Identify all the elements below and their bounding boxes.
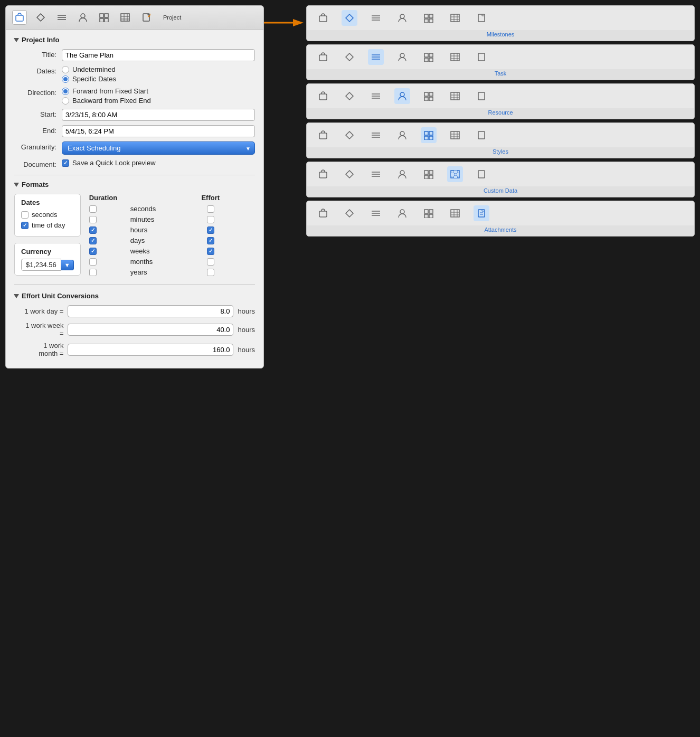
minutes-dur-checkbox[interactable] <box>89 216 97 223</box>
dates-undetermined-radio[interactable] <box>62 66 69 73</box>
toolbar-task-icon[interactable] <box>54 10 69 25</box>
task-styles-icon[interactable] <box>421 49 437 65</box>
styles-attachment-icon[interactable] <box>474 127 489 143</box>
styles-milestone-icon[interactable] <box>342 127 357 143</box>
direction-forward-item[interactable]: Forward from Fixed Start <box>62 87 255 95</box>
custom-table-icon[interactable] <box>447 166 463 182</box>
resource-attachment-icon[interactable] <box>474 88 489 104</box>
weeks-eff-checkbox[interactable] <box>207 248 214 255</box>
attach-styles-icon[interactable] <box>421 205 437 221</box>
time-of-day-check-item[interactable]: time of day <box>21 221 74 229</box>
custom-styles-icon[interactable] <box>421 166 437 182</box>
months-dur-checkbox[interactable] <box>89 258 97 266</box>
attach-table-icon[interactable] <box>447 205 463 221</box>
styles-styles-icon[interactable] <box>421 127 437 143</box>
styles-resource-icon[interactable] <box>394 127 410 143</box>
direction-backward-radio[interactable] <box>62 97 69 105</box>
task-task-icon[interactable] <box>368 49 384 65</box>
de-minutes-dur <box>89 216 126 223</box>
currency-dropdown-button[interactable]: ▼ <box>61 260 74 270</box>
years-eff-checkbox[interactable] <box>207 269 214 276</box>
de-minutes-label: minutes <box>126 215 200 223</box>
collapse-triangle[interactable] <box>14 38 19 42</box>
svg-rect-90 <box>429 175 433 179</box>
milestones-milestone-icon[interactable] <box>342 10 357 26</box>
resource-milestone-icon[interactable] <box>342 88 357 104</box>
svg-rect-28 <box>429 14 433 18</box>
title-input[interactable] <box>62 49 255 61</box>
workday-label: 1 work day = <box>23 307 63 315</box>
resource-task-icon[interactable] <box>368 88 384 104</box>
task-resource-icon[interactable] <box>394 49 410 65</box>
weeks-dur-checkbox[interactable] <box>89 248 97 255</box>
toolbar-table-icon[interactable] <box>118 10 133 25</box>
svg-rect-6 <box>105 14 108 17</box>
document-row: Document: Save a Quick Look preview <box>14 159 255 169</box>
seconds-checkbox[interactable] <box>21 211 29 219</box>
resource-project-icon[interactable] <box>315 88 331 104</box>
months-eff-checkbox[interactable] <box>207 258 214 266</box>
attach-milestone-icon[interactable] <box>342 205 357 221</box>
dates-undetermined-item[interactable]: Undetermined <box>62 65 255 73</box>
granularity-select[interactable]: Exact Scheduling Hours Days Weeks <box>62 141 255 155</box>
workmonth-input[interactable] <box>68 344 233 356</box>
milestones-table-icon[interactable] <box>447 10 463 26</box>
document-checkbox-item[interactable]: Save a Quick Look preview <box>62 159 255 167</box>
custom-milestone-icon[interactable] <box>342 166 357 182</box>
dates-specific-radio[interactable] <box>62 75 69 83</box>
styles-table-icon[interactable] <box>447 127 463 143</box>
currency-select-wrap: $1,234.56 ▼ <box>21 259 74 271</box>
seconds-check-item[interactable]: seconds <box>21 211 74 219</box>
de-effort-col-header <box>163 194 200 202</box>
hours-dur-checkbox[interactable] <box>89 226 97 234</box>
time-of-day-checkbox[interactable] <box>21 222 29 229</box>
custom-project-icon[interactable] <box>315 166 331 182</box>
dates-specific-item[interactable]: Specific Dates <box>62 75 255 83</box>
resource-table-icon[interactable] <box>447 88 463 104</box>
toolbar-milestone-icon[interactable] <box>33 10 48 25</box>
formats-collapse-triangle[interactable] <box>14 183 19 187</box>
workday-input[interactable] <box>68 305 233 317</box>
custom-attachment-icon[interactable] <box>474 166 489 182</box>
task-project-icon[interactable] <box>315 49 331 65</box>
styles-project-icon[interactable] <box>315 127 331 143</box>
attach-project-icon[interactable] <box>315 205 331 221</box>
days-dur-checkbox[interactable] <box>89 237 97 244</box>
seconds-dur-checkbox[interactable] <box>89 205 97 213</box>
seconds-eff-checkbox[interactable] <box>207 205 214 213</box>
direction-forward-radio[interactable] <box>62 88 69 95</box>
attach-attachment-icon[interactable] <box>474 205 489 221</box>
milestones-project-icon[interactable] <box>315 10 331 26</box>
attach-task-icon[interactable] <box>368 205 384 221</box>
document-checkbox[interactable] <box>62 159 69 167</box>
hours-eff-checkbox[interactable] <box>207 226 214 234</box>
milestones-attachment-icon[interactable] <box>474 10 489 26</box>
workweek-input[interactable] <box>68 324 233 336</box>
svg-point-26 <box>400 14 404 18</box>
resource-styles-icon[interactable] <box>421 88 437 104</box>
milestones-task-icon[interactable] <box>368 10 384 26</box>
effort-collapse-triangle[interactable] <box>14 294 19 298</box>
toolbar-resource-icon[interactable] <box>75 10 90 25</box>
toolbar-attachment-icon[interactable] <box>139 10 154 25</box>
toolbar-styles-icon[interactable] <box>97 10 111 25</box>
milestones-resource-icon[interactable] <box>394 10 410 26</box>
resource-resource-icon[interactable] <box>394 88 410 104</box>
days-eff-checkbox[interactable] <box>207 237 214 244</box>
svg-rect-59 <box>424 97 428 101</box>
attach-resource-icon[interactable] <box>394 205 410 221</box>
minutes-eff-checkbox[interactable] <box>207 216 214 223</box>
resource-icons-row <box>307 84 694 108</box>
task-attachment-icon[interactable] <box>474 49 489 65</box>
toolbar-project-icon[interactable] <box>12 10 27 25</box>
start-input[interactable] <box>62 109 255 121</box>
custom-task-icon[interactable] <box>368 166 384 182</box>
end-input[interactable] <box>62 125 255 137</box>
direction-backward-item[interactable]: Backward from Fixed End <box>62 97 255 105</box>
years-dur-checkbox[interactable] <box>89 269 97 276</box>
milestones-styles-icon[interactable] <box>421 10 437 26</box>
task-table-icon[interactable] <box>447 49 463 65</box>
custom-resource-icon[interactable] <box>394 166 410 182</box>
styles-task-icon[interactable] <box>368 127 384 143</box>
task-milestone-icon[interactable] <box>342 49 357 65</box>
